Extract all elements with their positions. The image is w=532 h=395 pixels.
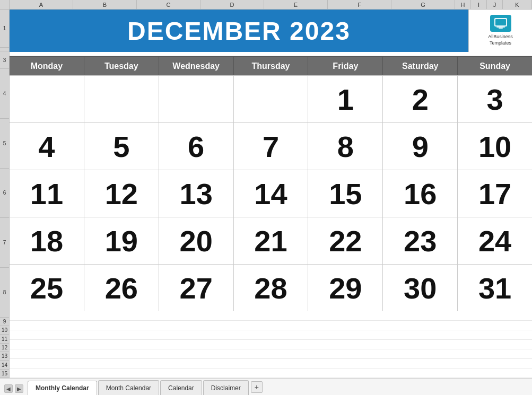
cell-w3-sat: 16: [383, 170, 458, 217]
cell-w4-wed: 20: [159, 217, 234, 264]
day-saturday: Saturday: [383, 57, 458, 75]
row-num-1: 1: [0, 10, 9, 48]
column-headers: A B C D E F G H I J K: [0, 0, 532, 10]
logo-text: AllBusinessTemplates: [488, 34, 513, 46]
week-row-5: 25 26 27 28 29 30 31: [10, 265, 532, 311]
tab-prev-button[interactable]: ◀: [4, 384, 13, 393]
cell-w4-thu: 21: [234, 217, 309, 264]
title-cell: DECEMBER 2023: [10, 10, 468, 52]
row-num-3: 3: [0, 51, 9, 69]
cell-w4-sat: 23: [383, 217, 458, 264]
cell-w5-thu: 28: [234, 265, 309, 311]
row-num-5: 5: [0, 119, 9, 169]
header-spacer: [0, 0, 10, 9]
day-sunday: Sunday: [458, 57, 532, 75]
cell-w1-sat: 2: [383, 76, 458, 122]
col-header-c: C: [137, 0, 200, 9]
extra-row-14: [10, 359, 532, 368]
logo-icon: [490, 15, 511, 32]
cell-w5-sat: 30: [383, 265, 458, 311]
cell-w3-thu: 14: [234, 170, 309, 217]
cell-w1-mon: [10, 76, 84, 122]
week-row-2: 4 5 6 7 8 9 10: [10, 123, 532, 170]
row-num-7: 7: [0, 218, 9, 268]
day-wednesday: Wednesday: [159, 57, 234, 75]
row-num-10: 10: [0, 326, 9, 335]
day-tuesday: Tuesday: [84, 57, 159, 75]
row-numbers: 1 3 4 5 6 7 8 9 10 11 12 13 14 15: [0, 10, 10, 378]
cell-w2-fri: 8: [308, 123, 383, 170]
add-tab-button[interactable]: +: [251, 381, 263, 393]
svg-rect-1: [495, 19, 506, 25]
svg-rect-2: [496, 27, 505, 28]
day-thursday: Thursday: [234, 57, 309, 75]
cell-w5-sun: 31: [458, 265, 532, 311]
col-header-j: J: [487, 0, 503, 9]
row-num-6: 6: [0, 169, 9, 218]
cell-w2-thu: 7: [234, 123, 309, 170]
cell-w2-tue: 5: [84, 123, 159, 170]
tab-bar: ◀ ▶ Monthly Calendar Month Calendar Cale…: [0, 378, 532, 395]
col-header-f: F: [328, 0, 391, 9]
cell-w1-tue: [84, 76, 159, 122]
row-num-2: [0, 48, 9, 51]
cell-w5-wed: 27: [159, 265, 234, 311]
row-num-12: 12: [0, 344, 9, 352]
row-num-11: 11: [0, 335, 9, 343]
week-row-4: 18 19 20 21 22 23 24: [10, 217, 532, 265]
cell-w3-wed: 13: [159, 170, 234, 217]
extra-row-9: [10, 311, 532, 321]
cell-w5-mon: 25: [10, 265, 84, 311]
cell-w1-wed: [159, 76, 234, 122]
cell-w4-sun: 24: [458, 217, 532, 264]
tab-monthly-calendar[interactable]: Monthly Calendar: [28, 381, 97, 395]
cell-w3-mon: 11: [10, 170, 84, 217]
tab-month-calendar[interactable]: Month Calendar: [98, 380, 159, 395]
cell-w2-wed: 6: [159, 123, 234, 170]
row-num-14: 14: [0, 361, 9, 369]
calendar-grid: 1 2 3 4 5 6 7 8 9 10 11 12: [10, 75, 532, 311]
extra-row-15: [10, 368, 532, 378]
day-headers-row: Monday Tuesday Wednesday Thursday Friday…: [10, 56, 532, 75]
col-header-d: D: [200, 0, 264, 9]
extra-row-10: [10, 321, 532, 330]
cell-w1-fri: 1: [308, 76, 383, 122]
week-row-1: 1 2 3: [10, 76, 532, 123]
col-header-b: B: [73, 0, 137, 9]
tab-disclaimer[interactable]: Disclaimer: [203, 380, 249, 395]
cell-w2-sun: 10: [458, 123, 532, 170]
tab-navigation[interactable]: ◀ ▶: [4, 384, 28, 395]
cell-w4-fri: 22: [308, 217, 383, 264]
cell-w1-sun: 3: [458, 76, 532, 122]
col-header-h: H: [455, 0, 471, 9]
row-num-13: 13: [0, 352, 9, 361]
cell-w2-mon: 4: [10, 123, 84, 170]
spacer-row: [10, 52, 532, 56]
extra-row-13: [10, 349, 532, 359]
week-row-3: 11 12 13 14 15 16 17: [10, 170, 532, 217]
logo-svg: [493, 17, 508, 30]
extra-row-11: [10, 330, 532, 340]
row-num-15: 15: [0, 370, 9, 378]
col-header-k: K: [503, 0, 532, 9]
cell-w3-fri: 15: [308, 170, 383, 217]
col-header-a: A: [10, 0, 73, 9]
calendar-title: DECEMBER 2023: [127, 16, 351, 46]
day-friday: Friday: [308, 57, 383, 75]
cell-w1-thu: [234, 76, 309, 122]
cell-w3-sun: 17: [458, 170, 532, 217]
row-num-4: 4: [0, 69, 9, 119]
day-monday: Monday: [10, 57, 84, 75]
tab-next-button[interactable]: ▶: [15, 384, 23, 393]
svg-rect-3: [499, 28, 503, 29]
tab-calendar[interactable]: Calendar: [160, 380, 202, 395]
cell-w2-sat: 9: [383, 123, 458, 170]
cell-w3-tue: 12: [84, 170, 159, 217]
row-num-8: 8: [0, 268, 9, 318]
col-header-g: G: [391, 0, 455, 9]
extra-rows: [10, 311, 532, 378]
extra-row-12: [10, 340, 532, 349]
row-num-9: 9: [0, 318, 9, 326]
cell-w5-fri: 29: [308, 265, 383, 311]
cell-w4-mon: 18: [10, 217, 84, 264]
